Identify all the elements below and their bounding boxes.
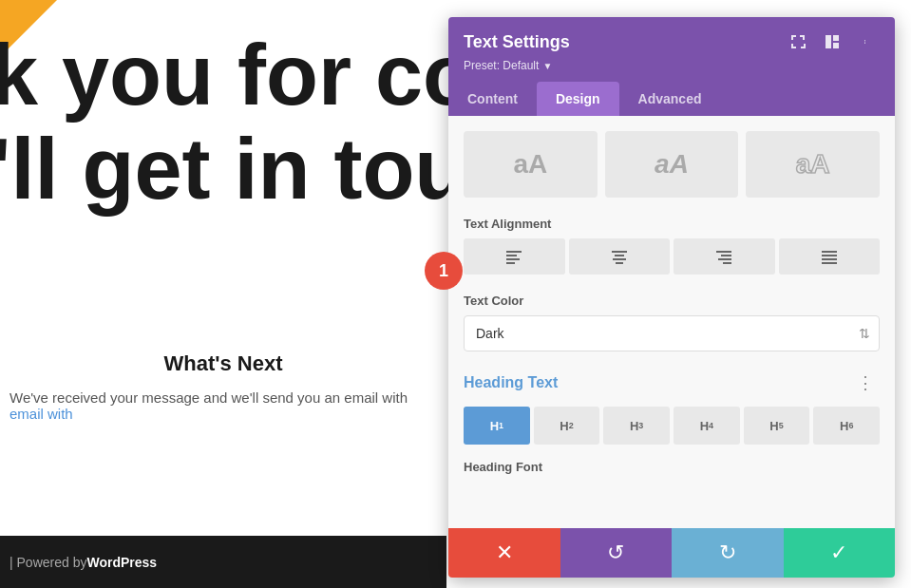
style-previews: aA aA aA [464, 131, 880, 198]
align-left-button[interactable] [464, 238, 565, 275]
svg-rect-18 [822, 262, 837, 264]
svg-rect-5 [506, 258, 520, 260]
heading-section-title: Heading Text [464, 374, 558, 391]
svg-rect-3 [506, 251, 522, 253]
svg-rect-6 [506, 262, 515, 264]
text-settings-panel: Text Settings [448, 17, 895, 578]
tab-content[interactable]: Content [448, 82, 537, 116]
heading-section-menu-icon[interactable]: ⋮ [851, 370, 880, 395]
heading-font-label: Heading Font [464, 460, 880, 474]
svg-rect-4 [506, 255, 517, 256]
panel-body: aA aA aA Text Alignment [448, 116, 895, 528]
panel-actions: ✕ ↺ ↻ ✓ [448, 528, 895, 578]
text-alignment-label: Text Alignment [464, 217, 880, 231]
svg-rect-10 [616, 262, 623, 264]
panel-header-icons [785, 28, 880, 55]
heading-section: Heading Text ⋮ H1 H2 H3 H4 H5 H6 Heading… [464, 370, 880, 474]
h5-button[interactable]: H5 [744, 407, 810, 445]
panel-title: Text Settings [464, 32, 570, 52]
align-center-button[interactable] [569, 238, 671, 275]
fullscreen-icon[interactable] [785, 28, 811, 55]
h4-button[interactable]: H4 [674, 407, 740, 445]
h3-button[interactable]: H3 [603, 407, 670, 445]
page-sub-text: We've received your message and we'll se… [0, 389, 446, 422]
svg-rect-9 [613, 258, 626, 260]
h6-button[interactable]: H6 [813, 407, 880, 445]
style-italic[interactable]: aA [605, 131, 739, 198]
preset-arrow-icon: ▼ [542, 61, 552, 71]
style-outline[interactable]: aA [746, 131, 880, 198]
svg-rect-17 [822, 258, 837, 260]
panel-header: Text Settings [448, 17, 895, 82]
text-color-select[interactable]: Dark Light Custom [464, 315, 880, 351]
align-justify-button[interactable] [779, 238, 881, 275]
svg-rect-15 [822, 251, 837, 253]
step-indicator: 1 [425, 252, 463, 290]
undo-button[interactable]: ↺ [560, 528, 673, 578]
svg-rect-13 [718, 258, 731, 260]
cancel-button[interactable]: ✕ [448, 528, 560, 578]
h2-button[interactable]: H2 [534, 407, 600, 445]
more-icon[interactable] [853, 28, 880, 55]
redo-button[interactable]: ↻ [672, 528, 784, 578]
save-button[interactable]: ✓ [784, 528, 896, 578]
email-link[interactable]: email with [9, 406, 73, 422]
svg-point-0 [864, 40, 865, 41]
svg-point-1 [864, 42, 865, 43]
tab-advanced[interactable]: Advanced [619, 82, 721, 116]
alignment-buttons [464, 238, 880, 275]
svg-rect-12 [721, 255, 731, 256]
heading-section-header: Heading Text ⋮ [464, 370, 880, 395]
style-normal[interactable]: aA [464, 131, 598, 198]
svg-rect-16 [822, 255, 837, 256]
text-color-wrapper: Dark Light Custom [464, 315, 880, 351]
h-buttons: H1 H2 H3 H4 H5 H6 [464, 407, 880, 445]
svg-rect-14 [723, 262, 731, 264]
panel-tabs: Content Design Advanced [448, 82, 895, 116]
text-color-label: Text Color [464, 294, 880, 308]
layout-icon[interactable] [819, 28, 845, 55]
svg-rect-8 [615, 255, 624, 256]
align-right-button[interactable] [674, 238, 775, 275]
h1-button[interactable]: H1 [464, 407, 530, 445]
page-footer: | Powered by WordPress [0, 536, 446, 588]
preset-selector[interactable]: Preset: Default ▼ [464, 59, 880, 72]
svg-rect-7 [612, 251, 627, 253]
svg-rect-11 [716, 251, 731, 253]
whats-next-heading: What's Next [0, 351, 446, 376]
tab-design[interactable]: Design [537, 82, 619, 116]
svg-point-2 [864, 43, 865, 44]
